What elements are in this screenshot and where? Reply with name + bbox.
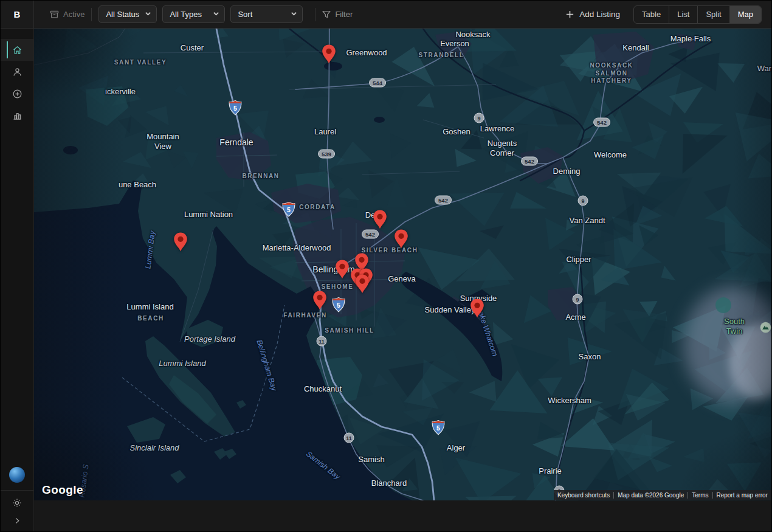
map-label: Marietta-Alderwood [263,243,331,253]
active-filter-toggle[interactable]: Active [50,10,84,19]
funnel-icon [322,10,331,19]
filter-label: Filter [335,10,353,19]
map-attribution: Keyboard shortcutsMap data ©2026 GoogleT… [554,490,771,500]
map-label: Ferndale [219,137,253,148]
route-shield: 5 [331,297,346,313]
divider [91,8,92,21]
map-pin[interactable] [334,259,350,280]
user-avatar[interactable] [9,467,25,483]
map-label: Alger [447,443,465,453]
map-label: Everson [440,39,469,49]
attribution-link[interactable]: Keyboard shortcuts [554,492,613,499]
map-label: Samish Bay [304,449,342,482]
map-label: Lummi Island [159,359,205,368]
map-label: Warn [757,64,771,74]
view-table-button[interactable]: Table [634,6,669,23]
map-pin[interactable] [321,44,337,64]
map-label: Acme [565,313,585,322]
route-shield: 5 [431,420,446,435]
status-filter-select[interactable]: All Status [98,5,157,23]
sidebar-expand-button[interactable] [13,516,22,525]
map-label: Kendall [622,43,649,53]
map-label: NOOKSACK SALMON HATCHERY [590,62,633,85]
map-pin[interactable] [173,232,188,252]
map-label: Lummi Island [126,302,173,312]
map-label: CORDATA [299,204,336,212]
map-label: FAIRHAVEN [283,312,326,320]
map-pin[interactable] [312,290,328,311]
map-overlay: CusterGreenwoodNooksackEversonSTRANDELLM… [34,29,771,500]
map-label: SANT VALLEY [114,59,167,67]
map-label: Van Zandt [569,216,605,226]
map-label: Sinclair Island [130,443,179,453]
mountain-icon [760,322,771,333]
add-listing-button[interactable]: Add Listing [565,10,620,19]
map-pin[interactable] [354,274,370,294]
map-label: STRANDELL [419,52,464,60]
view-list-button[interactable]: List [669,6,697,23]
attribution-link[interactable]: Map data ©2026 Google [613,492,688,499]
route-shield: 5 [228,100,243,116]
map-label: Geneva [388,274,416,284]
map-label: Lummi Nation [184,210,233,219]
sidebar-item-home[interactable] [1,39,33,61]
sidebar-item-add[interactable] [1,83,33,105]
person-icon [12,67,22,77]
sidebar-item-contacts[interactable] [1,61,33,83]
route-shield: 542 [362,230,379,239]
brand-logo[interactable]: B [1,1,34,28]
map-pin[interactable] [372,209,388,230]
sidebar-nav [1,29,34,531]
archive-icon [50,10,59,19]
map-label: Blanchard [371,478,407,488]
add-listing-label: Add Listing [579,10,620,19]
map-label: Lummi Bay [143,230,157,269]
route-shield: 542 [521,157,538,166]
map-label: Deming [553,167,581,176]
map-label: SAMISH HILL [325,327,374,335]
map-label: Custer [181,43,204,53]
google-logo[interactable]: Google [42,483,83,497]
map-canvas[interactable]: CusterGreenwoodNooksackEversonSTRANDELLM… [34,29,771,500]
theme-toggle[interactable] [12,498,22,508]
bar-chart-icon [12,111,22,121]
map-label: BEACH [137,315,164,323]
map-label: SILVER BEACH [362,247,418,255]
app-window: B Active All Status All Types [1,1,771,531]
route-shield: 9 [573,294,583,305]
map-label: Laurel [314,127,336,137]
route-shield: 544 [369,78,386,88]
plus-circle-icon [12,89,22,99]
route-shield: 9 [578,196,588,206]
active-label: Active [63,10,84,19]
map-label: Goshen [443,127,470,137]
map-label: Sudden Valley [425,305,475,315]
chevron-right-icon [13,516,22,525]
route-shield: 9 [474,113,484,123]
sun-icon [12,498,22,508]
map-pin[interactable] [469,298,485,319]
route-shield: 542 [593,118,610,127]
route-shield: 542 [435,196,452,205]
view-split-button[interactable]: Split [697,6,729,23]
route-shield: 11 [344,433,354,443]
map-label: Samish [358,455,384,465]
view-map-button[interactable]: Map [729,6,761,23]
map-label: Portage Island [184,334,235,344]
map-label: Nugents Corner [488,139,517,159]
map-label: Wickersham [548,396,591,406]
type-filter-select[interactable]: All Types [162,5,225,23]
sort-select[interactable]: Sort [230,5,303,23]
map-pin[interactable] [393,229,409,249]
map-label: Saxon [579,352,601,362]
attribution-link[interactable]: Terms [688,492,712,499]
attribution-link[interactable]: Report a map error [712,492,771,499]
map-label: Mountain View [146,132,179,152]
map-label: Clipper [566,255,591,264]
map-label: Greenwood [346,48,387,58]
home-icon [12,45,22,55]
map-label: une Beach [119,180,156,190]
top-toolbar: B Active All Status All Types [1,1,771,29]
filter-button[interactable]: Filter [322,10,353,19]
sidebar-item-analytics[interactable] [1,105,33,126]
